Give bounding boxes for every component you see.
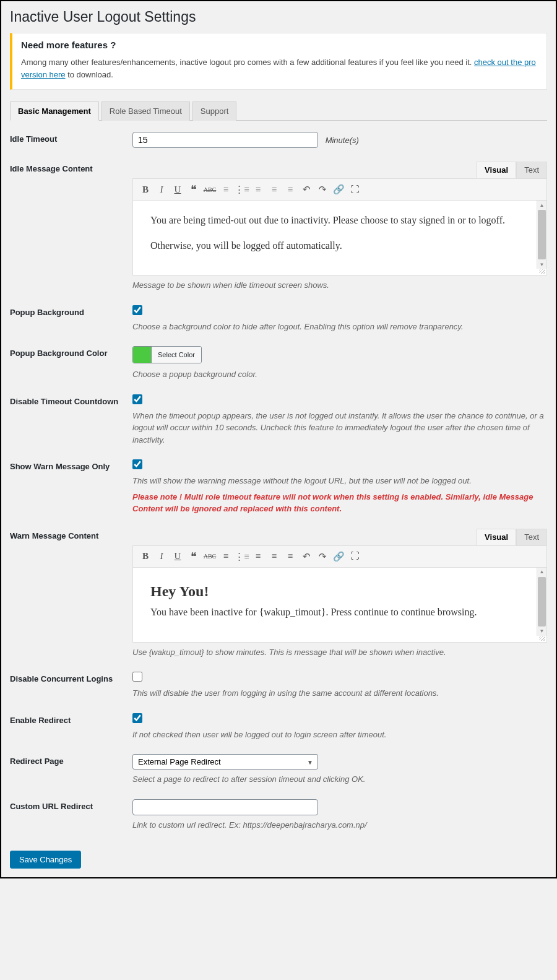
number-list-icon[interactable]: ⋮≡ <box>235 182 249 197</box>
popup-bg-checkbox[interactable] <box>132 305 142 315</box>
scroll-up-icon[interactable]: ▲ <box>537 568 546 576</box>
features-notice: Need more features ? Among many other fe… <box>10 33 547 90</box>
align-right-icon[interactable]: ≡ <box>283 549 298 564</box>
align-center-icon[interactable]: ≡ <box>267 549 282 564</box>
select-color-button[interactable]: Select Color <box>152 347 201 363</box>
redirect-page-select[interactable]: External Page Redirect <box>132 754 318 770</box>
color-swatch <box>133 347 152 363</box>
editor-tab-text[interactable]: Text <box>516 529 547 545</box>
popup-bg-color-label: Popup Background Color <box>10 346 132 358</box>
warn-message-desc: Use {wakup_timout} to show minutes. This… <box>132 646 547 659</box>
disable-countdown-desc: When the timeout popup appears, the user… <box>132 410 547 446</box>
enable-redirect-label: Enable Redirect <box>10 713 132 725</box>
scroll-thumb[interactable] <box>538 577 546 627</box>
enable-redirect-checkbox[interactable] <box>132 713 142 723</box>
notice-text: Among many other features/enhancements, … <box>21 56 538 80</box>
editor-tab-visual[interactable]: Visual <box>477 529 516 545</box>
disable-countdown-checkbox[interactable] <box>132 394 142 404</box>
color-picker[interactable]: Select Color <box>132 346 202 363</box>
idle-message-label: Idle Message Content <box>10 162 132 173</box>
underline-icon[interactable]: U <box>170 182 185 197</box>
align-center-icon[interactable]: ≡ <box>267 182 282 197</box>
custom-url-desc: Link to custom url redirect. Ex: https:/… <box>132 819 547 831</box>
tab-basic-management[interactable]: Basic Management <box>10 102 99 121</box>
editor-resize[interactable] <box>133 269 546 275</box>
show-warn-desc: This will show the warning message witho… <box>132 475 547 487</box>
quote-icon[interactable]: ❝ <box>186 182 201 197</box>
idle-message-content[interactable]: You are being timed-out out due to inact… <box>133 201 537 269</box>
idle-timeout-suffix: Minute(s) <box>326 136 359 145</box>
custom-url-input[interactable] <box>132 799 318 815</box>
disable-concurrent-label: Disable Concurrent Logins <box>10 672 132 683</box>
editor-resize[interactable] <box>133 636 546 642</box>
notice-heading: Need more features ? <box>21 40 538 50</box>
show-warn-label: Show Warn Message Only <box>10 459 132 471</box>
quote-icon[interactable]: ❝ <box>186 549 201 564</box>
redirect-page-desc: Select a page to redirect to after sessi… <box>132 773 547 786</box>
bold-icon[interactable]: B <box>138 549 153 564</box>
editor-scrollbar[interactable]: ▲ ▼ <box>537 201 546 269</box>
scroll-thumb[interactable] <box>538 210 546 259</box>
popup-bg-color-desc: Choose a popup background color. <box>132 368 547 381</box>
idle-timeout-input[interactable] <box>132 132 318 148</box>
warn-message-content[interactable]: Hey You! You have been inactive for {wak… <box>133 568 537 636</box>
settings-tabs: Basic Management Role Based Timeout Supp… <box>10 101 547 121</box>
undo-icon[interactable]: ↶ <box>299 182 314 197</box>
idle-timeout-label: Idle Timeout <box>10 132 132 144</box>
save-changes-button[interactable]: Save Changes <box>10 851 81 869</box>
warn-editor-tabs: Visual Text <box>132 529 547 545</box>
editor-tab-text[interactable]: Text <box>516 162 547 178</box>
align-left-icon[interactable]: ≡ <box>251 549 266 564</box>
enable-redirect-desc: If not checked then user will be logged … <box>132 729 547 741</box>
bullet-list-icon[interactable]: ≡ <box>218 182 233 197</box>
italic-icon[interactable]: I <box>154 549 169 564</box>
strikethrough-icon[interactable]: ABC <box>202 182 217 197</box>
disable-concurrent-checkbox[interactable] <box>132 672 142 682</box>
page-title: Inactive User Logout Settings <box>10 9 547 25</box>
align-right-icon[interactable]: ≡ <box>283 182 298 197</box>
show-warn-checkbox[interactable] <box>132 459 142 469</box>
idle-message-desc: Message to be shown when idle timeout sc… <box>132 279 547 292</box>
bullet-list-icon[interactable]: ≡ <box>218 549 233 564</box>
number-list-icon[interactable]: ⋮≡ <box>235 549 249 564</box>
fullscreen-icon[interactable]: ⛶ <box>347 549 362 564</box>
scroll-down-icon[interactable]: ▼ <box>537 260 546 269</box>
align-left-icon[interactable]: ≡ <box>251 182 266 197</box>
scroll-down-icon[interactable]: ▼ <box>537 627 546 636</box>
scroll-up-icon[interactable]: ▲ <box>537 201 546 209</box>
popup-bg-label: Popup Background <box>10 305 132 317</box>
tab-support[interactable]: Support <box>192 102 237 121</box>
editor-scrollbar[interactable]: ▲ ▼ <box>537 568 546 636</box>
link-icon[interactable]: 🔗 <box>331 549 346 564</box>
warn-message-label: Warn Message Content <box>10 529 132 540</box>
disable-countdown-label: Disable Timeout Countdown <box>10 394 132 406</box>
italic-icon[interactable]: I <box>154 182 169 197</box>
tab-role-based-timeout[interactable]: Role Based Timeout <box>101 102 190 121</box>
fullscreen-icon[interactable]: ⛶ <box>347 182 362 197</box>
redo-icon[interactable]: ↷ <box>315 182 330 197</box>
editor-toolbar: B I U ❝ ABC ≡ ⋮≡ ≡ ≡ ≡ ↶ ↷ 🔗 ⛶ <box>133 546 546 568</box>
idle-editor-tabs: Visual Text <box>132 162 547 178</box>
strikethrough-icon[interactable]: ABC <box>202 549 217 564</box>
show-warn-warning: Please note ! Multi role timeout feature… <box>132 491 547 515</box>
redirect-page-label: Redirect Page <box>10 754 132 766</box>
editor-tab-visual[interactable]: Visual <box>477 162 516 178</box>
popup-bg-desc: Choose a background color to hide after … <box>132 321 547 333</box>
idle-message-editor: B I U ❝ ABC ≡ ⋮≡ ≡ ≡ ≡ ↶ ↷ 🔗 ⛶ <box>132 178 547 275</box>
custom-url-label: Custom URL Redirect <box>10 799 132 811</box>
warn-message-editor: B I U ❝ ABC ≡ ⋮≡ ≡ ≡ ≡ ↶ ↷ 🔗 ⛶ <box>132 545 547 643</box>
link-icon[interactable]: 🔗 <box>331 182 346 197</box>
underline-icon[interactable]: U <box>170 549 185 564</box>
bold-icon[interactable]: B <box>138 182 153 197</box>
editor-toolbar: B I U ❝ ABC ≡ ⋮≡ ≡ ≡ ≡ ↶ ↷ 🔗 ⛶ <box>133 179 546 201</box>
undo-icon[interactable]: ↶ <box>299 549 314 564</box>
redo-icon[interactable]: ↷ <box>315 549 330 564</box>
disable-concurrent-desc: This will disable the user from logging … <box>132 687 547 700</box>
